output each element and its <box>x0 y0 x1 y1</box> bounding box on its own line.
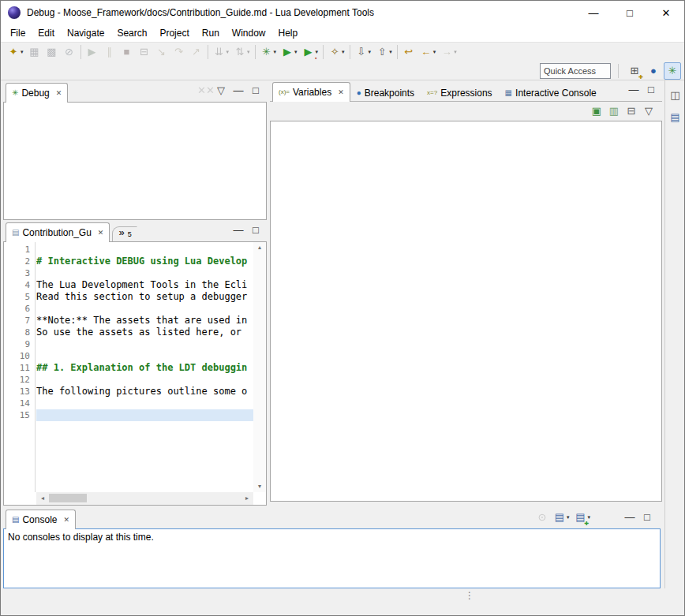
close-icon[interactable]: ✕ <box>56 89 62 97</box>
minimized-view-icon: ▤ <box>669 111 682 124</box>
step-over-button[interactable]: ↷ <box>170 43 188 61</box>
close-icon[interactable]: ✕ <box>338 88 344 96</box>
remove-all-terminated-button[interactable]: ✕✕ <box>195 82 212 99</box>
maximize-editor-button[interactable]: □ <box>247 222 264 239</box>
dropdown-arrow-icon[interactable]: ▾ <box>342 49 345 55</box>
menu-project[interactable]: Project <box>153 25 195 41</box>
line-number: 11 <box>4 362 35 374</box>
save-all-button[interactable]: ▩ <box>43 43 61 61</box>
display-selected-console-button[interactable]: ▤▾ <box>551 509 572 526</box>
minimize-variables-button[interactable]: — <box>625 81 642 99</box>
back-button[interactable]: ←▾ <box>417 43 439 61</box>
dropdown-arrow-icon[interactable]: ▾ <box>247 49 250 55</box>
restore-minimized-view-button[interactable]: ◫ <box>667 87 684 104</box>
previous-annotation-button[interactable]: ⇧▾ <box>373 43 395 61</box>
step-return-button[interactable]: ↗ <box>188 43 205 61</box>
sash-vertical[interactable] <box>267 83 270 502</box>
dropdown-arrow-icon[interactable]: ▾ <box>587 514 590 521</box>
menu-search[interactable]: Search <box>110 25 153 41</box>
show-logical-structure-button[interactable]: ▣ <box>588 103 605 120</box>
menu-edit[interactable]: Edit <box>32 25 61 41</box>
variables-view-menu-button[interactable]: ▽ <box>640 103 657 120</box>
dropdown-arrow-icon[interactable]: ▾ <box>369 49 372 55</box>
save-icon: ▦ <box>28 46 41 58</box>
menu-window[interactable]: Window <box>226 25 272 41</box>
use-step-filters-button[interactable]: ⇅▾ <box>231 43 253 61</box>
scroll-up-button[interactable]: ▴ <box>254 244 265 252</box>
menu-help[interactable]: Help <box>272 25 305 41</box>
last-edit-location-button[interactable]: ↩ <box>400 43 417 61</box>
maximize-window-button[interactable]: □ <box>612 1 648 24</box>
next-annotation-button[interactable]: ⇩▾ <box>353 43 374 61</box>
dropdown-arrow-icon[interactable]: ▾ <box>21 49 24 55</box>
skip-all-breakpoints-button[interactable]: ⊘ <box>61 43 78 61</box>
maximize-editor-icon: □ <box>249 224 262 237</box>
dropdown-arrow-icon[interactable]: ▾ <box>389 49 392 55</box>
hidden-editors-chevron[interactable]: »5 <box>112 226 137 241</box>
resume-button[interactable]: ▶ <box>84 43 101 61</box>
line-number: 3 <box>4 267 35 279</box>
ldt-perspective-button[interactable]: ● <box>645 62 662 80</box>
menu-navigate[interactable]: Navigate <box>61 25 110 41</box>
sash-console[interactable] <box>1 506 664 510</box>
open-console-button[interactable]: ▤✚▾ <box>571 509 593 526</box>
save-button[interactable]: ▦ <box>26 43 43 61</box>
breakpoints-icon: ● <box>357 89 361 97</box>
tab-debug[interactable]: ✳ Debug ✕ <box>6 83 68 103</box>
tab-variables[interactable]: (x)=Variables✕ <box>272 82 350 102</box>
editor-view: ▤ Contribution_Gu ✕ »5 —□ 12345678910111… <box>3 222 267 506</box>
debug-button[interactable]: ✳▾ <box>258 43 279 61</box>
external-tools-button[interactable]: ▶▪▾ <box>300 43 321 61</box>
dropdown-arrow-icon[interactable]: ▾ <box>567 514 570 521</box>
close-icon[interactable]: ✕ <box>98 229 104 237</box>
dropdown-arrow-icon[interactable]: ▾ <box>454 49 457 55</box>
menu-run[interactable]: Run <box>196 25 226 41</box>
sash-grip[interactable]: ⋮ <box>465 590 474 601</box>
scrollbar-thumb[interactable] <box>49 494 87 502</box>
maximize-console-button[interactable]: □ <box>638 509 656 526</box>
editor-horizontal-scrollbar[interactable]: ◂ ▸ <box>36 492 253 505</box>
maximize-variables-button[interactable]: □ <box>642 81 660 99</box>
step-into-button[interactable]: ↘ <box>153 43 170 61</box>
quick-access-input[interactable] <box>540 63 611 79</box>
close-icon[interactable]: ✕ <box>63 516 69 524</box>
dropdown-arrow-icon[interactable]: ▾ <box>226 49 230 55</box>
terminate-button[interactable]: ■ <box>118 43 136 61</box>
drop-to-frame-button[interactable]: ⇊▾ <box>211 43 232 61</box>
suspend-button[interactable]: ∥ <box>101 43 118 61</box>
open-perspective-button[interactable]: ⊞✚ <box>626 62 643 80</box>
forward-button[interactable]: →▾ <box>438 43 459 61</box>
editor-code[interactable]: # Interactive DEBUG using Lua DevelopThe… <box>36 242 253 492</box>
scroll-left-button[interactable]: ◂ <box>37 495 48 502</box>
menu-file[interactable]: File <box>4 25 32 41</box>
tab-contribution-guide[interactable]: ▤ Contribution_Gu ✕ <box>6 222 110 242</box>
scroll-right-button[interactable]: ▸ <box>241 495 253 502</box>
tab-expressions[interactable]: x=?Expressions <box>421 84 499 101</box>
maximize-debug-view-button[interactable]: □ <box>247 82 264 99</box>
run-button[interactable]: ▶▾ <box>279 43 300 61</box>
pin-console-button[interactable]: ⊙ <box>533 509 551 526</box>
new-wizard-button[interactable]: ✦▾ <box>5 43 26 61</box>
close-window-button[interactable]: ✕ <box>648 1 684 24</box>
show-columns-button[interactable]: ▥ <box>605 103 623 120</box>
minimize-console-button[interactable]: — <box>621 509 638 526</box>
line-number: 9 <box>4 338 35 350</box>
minimize-debug-view-button[interactable]: — <box>230 82 247 99</box>
collapse-all-button[interactable]: ⊟ <box>623 103 640 120</box>
tab-console[interactable]: ▤ Console ✕ <box>6 510 76 529</box>
debug-view-menu-button[interactable]: ▽ <box>212 82 230 99</box>
dropdown-arrow-icon[interactable]: ▾ <box>433 49 436 55</box>
minimize-window-button[interactable]: — <box>575 1 612 24</box>
dropdown-arrow-icon[interactable]: ▾ <box>274 49 277 55</box>
scroll-down-button[interactable]: ▾ <box>254 483 265 491</box>
tab-interactive-console[interactable]: ▦Interactive Console <box>499 84 603 101</box>
search-button[interactable]: ✧▾ <box>326 43 347 61</box>
editor-vertical-scrollbar[interactable]: ▴ ▾ <box>253 242 266 492</box>
dropdown-arrow-icon[interactable]: ▾ <box>316 49 319 55</box>
debug-perspective-button[interactable]: ✳ <box>664 62 681 80</box>
minimized-view-button[interactable]: ▤ <box>667 109 684 126</box>
dropdown-arrow-icon[interactable]: ▾ <box>294 49 298 55</box>
disconnect-button[interactable]: ⊟ <box>136 43 153 61</box>
minimize-editor-button[interactable]: — <box>230 222 247 239</box>
tab-breakpoints[interactable]: ●Breakpoints <box>350 84 421 101</box>
